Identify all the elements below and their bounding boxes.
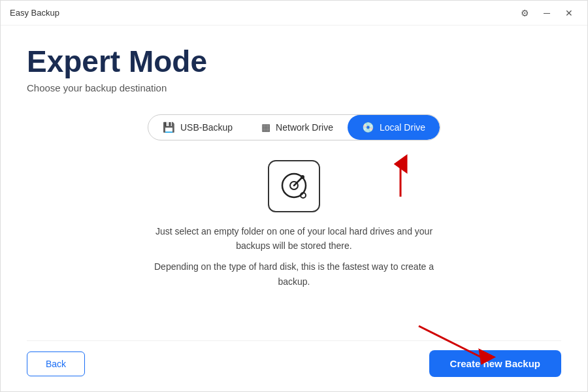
tab-group: 💾 USB-Backup ▦ Network Drive 💿 Local Dri… bbox=[148, 114, 440, 140]
titlebar-left: Easy Backup bbox=[10, 8, 59, 18]
usb-icon: 💾 bbox=[163, 122, 175, 133]
description-line1: Just select an empty folder on one of yo… bbox=[137, 224, 451, 253]
hdd-icon-box bbox=[268, 160, 320, 212]
close-button[interactable]: ✕ bbox=[560, 4, 578, 22]
tab-usb-label: USB-Backup bbox=[180, 122, 233, 133]
page-title: Expert Mode bbox=[27, 45, 561, 78]
page-subtitle: Choose your backup destination bbox=[27, 82, 561, 93]
back-button[interactable]: Back bbox=[27, 351, 85, 376]
tab-network-label: Network Drive bbox=[276, 122, 333, 133]
titlebar: Easy Backup ⚙ ─ ✕ bbox=[1, 1, 587, 25]
minimize-button[interactable]: ─ bbox=[538, 4, 556, 22]
tab-local-label: Local Drive bbox=[380, 122, 425, 133]
tab-local-drive[interactable]: 💿 Local Drive bbox=[348, 115, 440, 140]
svg-point-3 bbox=[301, 175, 304, 179]
description-line2: Depending on the type of hard disk, this… bbox=[137, 259, 451, 289]
tab-usb-backup[interactable]: 💾 USB-Backup bbox=[148, 115, 247, 140]
app-title: Easy Backup bbox=[10, 8, 59, 18]
bottom-bar: Back Create new Backup bbox=[27, 340, 561, 380]
settings-button[interactable]: ⚙ bbox=[515, 4, 534, 22]
titlebar-controls: ⚙ ─ ✕ bbox=[515, 4, 578, 22]
tab-network-drive[interactable]: ▦ Network Drive bbox=[247, 115, 348, 140]
main-content: Expert Mode Choose your backup destinati… bbox=[1, 25, 587, 392]
hdd-svg-icon bbox=[276, 169, 312, 204]
local-drive-icon: 💿 bbox=[362, 122, 374, 133]
network-icon: ▦ bbox=[261, 122, 270, 133]
create-backup-button[interactable]: Create new Backup bbox=[429, 350, 561, 377]
icon-area bbox=[27, 160, 561, 212]
description-area: Just select an empty folder on one of yo… bbox=[137, 224, 451, 296]
